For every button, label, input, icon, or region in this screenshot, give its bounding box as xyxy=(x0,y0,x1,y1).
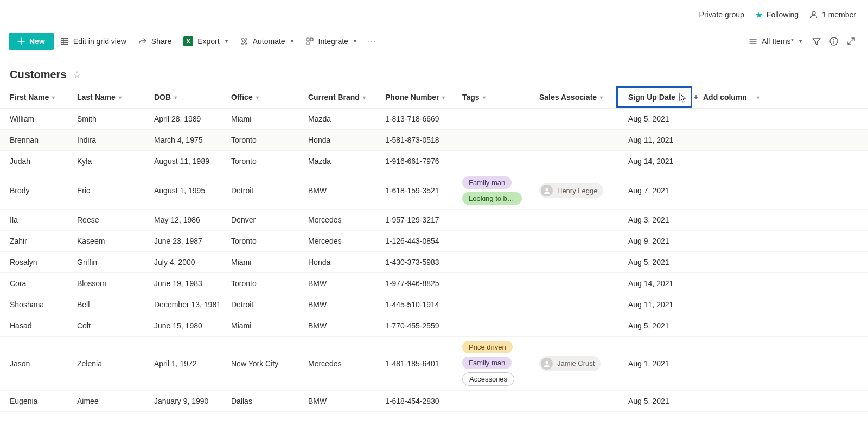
cell-last-name: Griffin xyxy=(77,252,154,272)
table-row[interactable]: RosalynGriffinJuly 4, 2000MiamiHonda1-43… xyxy=(0,252,868,273)
flow-icon xyxy=(240,37,248,46)
cell-last-name: Kyla xyxy=(77,151,154,172)
column-header-sign-up-date[interactable]: Sign Up Date ▾ xyxy=(616,86,692,108)
cell-sign-up-date: Aug 5, 2021 xyxy=(616,109,692,129)
cell-office: Detroit xyxy=(231,294,308,315)
column-header-office[interactable]: Office ▾ xyxy=(231,86,308,108)
svg-rect-3 xyxy=(310,38,313,41)
cell-empty xyxy=(692,391,768,411)
view-label: All Items* xyxy=(762,37,794,46)
cell-empty xyxy=(692,294,768,315)
cell-empty xyxy=(692,130,768,150)
table-row[interactable]: WilliamSmithApril 28, 1989MiamiMazda1-81… xyxy=(0,109,868,130)
table-row[interactable]: HasadColtJune 15, 1980MiamiBMW1-770-455-… xyxy=(0,315,868,337)
expand-button[interactable] xyxy=(843,33,859,49)
column-label: Office xyxy=(231,93,253,102)
export-button[interactable]: X Export ▾ xyxy=(178,33,233,49)
table-row[interactable]: IlaReeseMay 12, 1986DenverMercedes1-957-… xyxy=(0,210,868,231)
column-header-current-brand[interactable]: Current Brand ▾ xyxy=(308,86,385,108)
cell-tags xyxy=(462,294,539,315)
info-button[interactable] xyxy=(826,33,842,49)
command-bar: New Edit in grid view Share X Export ▾ A… xyxy=(0,29,868,53)
private-group-label: Private group xyxy=(699,10,744,19)
cell-first-name: Judah xyxy=(0,151,77,172)
cell-tags xyxy=(462,315,539,336)
more-button[interactable]: ··· xyxy=(363,34,381,49)
tag-pill[interactable]: Family man xyxy=(462,176,512,189)
cell-empty xyxy=(692,210,768,230)
filter-button[interactable] xyxy=(808,33,825,49)
cell-last-name: Smith xyxy=(77,109,154,129)
cell-last-name: Blossom xyxy=(77,273,154,294)
cell-phone: 1-813-718-6669 xyxy=(385,109,462,129)
table-row[interactable]: ZahirKaseemJune 23, 1987TorontoMercedes1… xyxy=(0,231,868,252)
member-count-label: 1 member xyxy=(822,10,856,19)
column-label: Tags xyxy=(462,93,480,102)
cell-sign-up-date: Aug 7, 2021 xyxy=(616,172,692,209)
cell-tags xyxy=(462,273,539,294)
cell-phone: 1-445-510-1914 xyxy=(385,294,462,315)
column-label: DOB xyxy=(154,93,171,102)
column-header-dob[interactable]: DOB ▾ xyxy=(154,86,231,108)
members-button[interactable]: 1 member xyxy=(809,10,856,19)
svg-point-8 xyxy=(545,361,548,364)
cell-office: Toronto xyxy=(231,151,308,172)
tag-pill[interactable]: Price driven xyxy=(462,341,513,353)
table-row[interactable]: ShoshanaBellDecember 13, 1981DetroitBMW1… xyxy=(0,294,868,315)
svg-rect-1 xyxy=(61,38,68,44)
cell-last-name: Kaseem xyxy=(77,231,154,251)
integrate-button[interactable]: Integrate ▾ xyxy=(300,34,362,49)
cell-sales-associate: Jamie Crust xyxy=(539,337,616,390)
person-chip[interactable]: Henry Legge xyxy=(539,183,603,198)
cell-office: Detroit xyxy=(231,172,308,209)
chevron-down-icon: ▾ xyxy=(600,94,603,100)
cell-sign-up-date: Aug 14, 2021 xyxy=(616,273,692,294)
column-header-first-name[interactable]: First Name ▾ xyxy=(0,86,77,108)
cell-dob: March 4, 1975 xyxy=(154,130,231,150)
cell-first-name: Hasad xyxy=(0,315,77,336)
table-row[interactable]: CoraBlossomJune 19, 1983TorontoBMW1-977-… xyxy=(0,273,868,294)
table-row[interactable]: EugeniaAimeeJanuary 9, 1990DallasBMW1-61… xyxy=(0,391,868,412)
cell-first-name: Jason xyxy=(0,337,77,390)
column-header-phone[interactable]: Phone Number ▾ xyxy=(385,86,462,108)
chevron-down-icon: ▾ xyxy=(119,94,122,100)
cell-empty xyxy=(692,337,768,390)
view-switcher[interactable]: All Items* ▾ xyxy=(743,34,807,49)
cell-phone: 1-126-443-0854 xyxy=(385,231,462,251)
share-icon xyxy=(138,37,147,46)
automate-button[interactable]: Automate ▾ xyxy=(234,34,299,49)
column-header-sales-associate[interactable]: Sales Associate ▾ xyxy=(539,86,616,108)
table-row[interactable]: JudahKylaAugust 11, 1989TorontoMazda1-91… xyxy=(0,151,868,172)
cell-sign-up-date: Aug 11, 2021 xyxy=(616,130,692,150)
table-row[interactable]: BrodyEricAugust 1, 1995DetroitBMW1-618-1… xyxy=(0,172,868,210)
cell-sign-up-date: Aug 5, 2021 xyxy=(616,315,692,336)
cell-office: Toronto xyxy=(231,130,308,150)
chevron-down-icon: ▾ xyxy=(354,38,356,44)
new-button[interactable]: New xyxy=(9,33,54,50)
following-button[interactable]: ★ Following xyxy=(755,10,799,20)
favorite-star-icon[interactable]: ☆ xyxy=(73,69,81,81)
tag-pill[interactable]: Family man xyxy=(462,357,512,369)
table-row[interactable]: JasonZeleniaApril 1, 1972New York CityMe… xyxy=(0,337,868,391)
person-chip[interactable]: Jamie Crust xyxy=(539,356,601,371)
chevron-down-icon: ▾ xyxy=(174,94,177,100)
share-button[interactable]: Share xyxy=(133,34,177,49)
edit-grid-button[interactable]: Edit in grid view xyxy=(55,34,132,49)
table-row[interactable]: BrennanIndiraMarch 4, 1975TorontoHonda1-… xyxy=(0,130,868,151)
cell-sales-associate xyxy=(539,109,616,129)
column-label: Last Name xyxy=(77,93,116,102)
column-header-tags[interactable]: Tags ▾ xyxy=(462,86,539,108)
tag-pill[interactable]: Accessories xyxy=(462,372,514,386)
cell-dob: April 28, 1989 xyxy=(154,109,231,129)
column-header-last-name[interactable]: Last Name ▾ xyxy=(77,86,154,108)
cell-tags xyxy=(462,210,539,230)
column-label: First Name xyxy=(10,93,49,102)
cell-current-brand: Honda xyxy=(308,130,385,150)
automate-label: Automate xyxy=(253,37,285,46)
tag-pill[interactable]: Looking to buy s… xyxy=(462,192,522,205)
add-column-button[interactable]: ＋ Add column ▾ xyxy=(692,86,768,108)
cell-tags xyxy=(462,130,539,150)
svg-rect-2 xyxy=(307,38,309,41)
column-label: Add column xyxy=(703,93,747,102)
cell-sales-associate xyxy=(539,151,616,172)
